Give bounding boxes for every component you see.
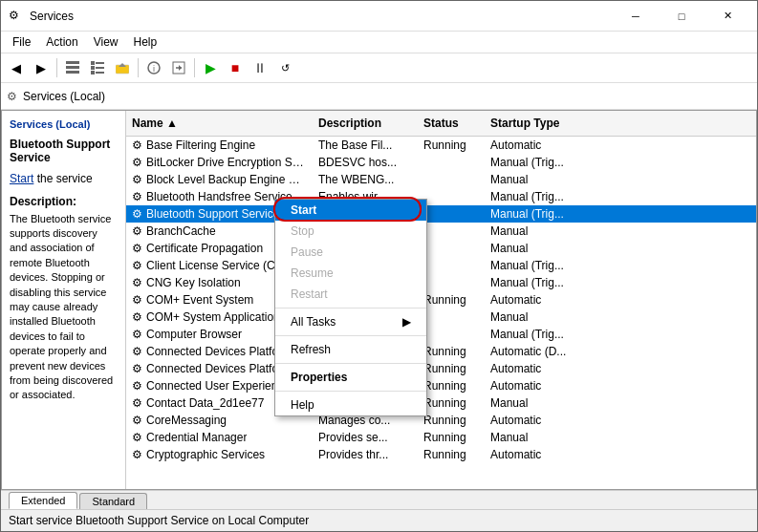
table-row[interactable]: ⚙Bluetooth Support ServiceManual (Trig..…: [126, 205, 756, 223]
service-icon: ⚙: [132, 328, 142, 341]
view-detail-button[interactable]: [86, 56, 109, 79]
table-row[interactable]: ⚙BranchCacheManual: [126, 223, 756, 240]
show-hide-button[interactable]: i: [142, 56, 165, 79]
context-menu-item-start[interactable]: Start: [275, 200, 426, 221]
table-row[interactable]: ⚙Contact Data_2d1ee77RunningManual: [126, 394, 756, 412]
status-bar: Start service Bluetooth Support Service …: [1, 509, 757, 531]
view-list-button[interactable]: [61, 56, 84, 79]
address-bar: ⚙ Services (Local): [1, 83, 757, 109]
menu-view[interactable]: View: [86, 33, 126, 51]
table-row[interactable]: ⚙Certificate PropagationManual: [126, 240, 756, 257]
window-title: Services: [30, 10, 74, 23]
service-icon: ⚙: [132, 396, 142, 410]
sidebar-start-link: Start the service: [10, 172, 118, 185]
service-name: Base Filtering Engine: [146, 138, 255, 152]
service-startup: Manual (Trig...: [485, 189, 580, 204]
table-row[interactable]: ⚙COM+ System ApplicationManual: [126, 309, 756, 326]
address-text: Services (Local): [23, 90, 105, 103]
table-row[interactable]: ⚙Bluetooth Handsfree ServiceEnables wir.…: [126, 188, 756, 205]
service-status: Running: [418, 430, 485, 445]
pause-button[interactable]: ⏸: [249, 56, 271, 79]
table-row[interactable]: ⚙Block Level Backup Engine Se...The WBEN…: [126, 171, 756, 188]
table-header: Name ▲ Description Status Startup Type: [126, 111, 756, 137]
service-startup: Manual: [485, 172, 580, 187]
stop-button[interactable]: ■: [224, 56, 247, 79]
service-list-area: Name ▲ Description Status Startup Type ⚙…: [126, 111, 756, 490]
service-icon: ⚙: [132, 362, 142, 375]
restart-button[interactable]: ↺: [273, 56, 296, 79]
context-menu-item-refresh[interactable]: Refresh: [275, 339, 426, 360]
context-menu-separator: [275, 308, 426, 309]
service-startup: Manual: [485, 430, 580, 445]
sidebar-desc-title: Description:: [10, 195, 118, 208]
context-menu-item-resume: Resume: [275, 263, 426, 284]
folder-up-button[interactable]: [111, 56, 134, 79]
service-name: Connected Devices Platfo...: [146, 362, 288, 375]
sidebar-link-suffix: the service: [33, 172, 92, 185]
svg-rect-1: [66, 66, 79, 69]
address-icon: ⚙: [7, 90, 17, 103]
col-header-description[interactable]: Description: [313, 115, 418, 132]
table-row[interactable]: ⚙Computer BrowserManual (Trig...: [126, 326, 756, 343]
menu-action[interactable]: Action: [38, 33, 85, 51]
service-icon: ⚙: [132, 207, 142, 221]
service-status: [418, 247, 485, 249]
context-menu-item-all-tasks[interactable]: All Tasks▶: [275, 311, 426, 332]
service-name: Cryptographic Services: [146, 448, 265, 461]
maximize-button[interactable]: □: [660, 7, 704, 26]
back-button[interactable]: ◀: [5, 56, 28, 79]
context-menu-item-restart: Restart: [275, 284, 426, 305]
col-header-startup[interactable]: Startup Type: [485, 115, 580, 132]
table-row[interactable]: ⚙CoreMessagingManages co...RunningAutoma…: [126, 412, 756, 429]
tab-standard[interactable]: Standard: [79, 493, 147, 509]
table-row[interactable]: ⚙Credential ManagerProvides se...Running…: [126, 429, 756, 446]
menu-help[interactable]: Help: [126, 33, 165, 51]
tabs-bar: Extended Standard: [1, 490, 757, 508]
service-icon: ⚙: [132, 138, 142, 152]
forward-button[interactable]: ▶: [30, 56, 53, 79]
start-service-link[interactable]: Start: [10, 172, 33, 185]
svg-text:i: i: [153, 64, 155, 74]
svg-rect-8: [96, 72, 104, 74]
col-header-name[interactable]: Name ▲: [126, 115, 313, 132]
service-icon: ⚙: [132, 259, 142, 272]
table-body: ⚙Base Filtering EngineThe Base Fil...Run…: [126, 137, 756, 490]
service-icon: ⚙: [132, 242, 142, 255]
sidebar-title: Services (Local): [10, 118, 118, 130]
table-row[interactable]: ⚙Connected User Experience...RunningAuto…: [126, 377, 756, 394]
table-row[interactable]: ⚙Base Filtering EngineThe Base Fil...Run…: [126, 137, 756, 154]
table-row[interactable]: ⚙BitLocker Drive Encryption Se...BDESVC …: [126, 154, 756, 171]
table-row[interactable]: ⚙Cryptographic ServicesProvides thr...Ru…: [126, 446, 756, 463]
table-row[interactable]: ⚙CNG Key IsolationManual (Trig...: [126, 274, 756, 291]
service-startup: Manual: [485, 395, 580, 411]
service-status: [418, 161, 485, 163]
table-row[interactable]: ⚙COM+ Event SystemRunningAutomatic: [126, 291, 756, 309]
toolbar: ◀ ▶ i ▶ ■ ⏸ ↺: [1, 53, 757, 83]
service-icon: ⚙: [132, 310, 142, 324]
export-button[interactable]: [167, 56, 190, 79]
toolbar-separator-1: [56, 58, 57, 77]
svg-rect-5: [91, 66, 95, 70]
play-button[interactable]: ▶: [199, 56, 222, 79]
table-row[interactable]: ⚙Client License Service (Cli...Manual (T…: [126, 257, 756, 274]
service-name: Block Level Backup Engine Se...: [146, 173, 307, 186]
close-button[interactable]: ✕: [705, 7, 749, 26]
context-menu-item-help[interactable]: Help: [275, 394, 426, 415]
tab-extended[interactable]: Extended: [9, 492, 77, 509]
menu-file[interactable]: File: [5, 33, 38, 51]
main-window: ⚙ Services ─ □ ✕ File Action View Help ◀…: [0, 0, 758, 532]
service-startup: Manual: [485, 309, 580, 325]
table-row[interactable]: ⚙Connected Devices Platfo...RunningAutom…: [126, 360, 756, 377]
service-status: [418, 282, 485, 284]
service-status: [418, 196, 485, 198]
col-header-status[interactable]: Status: [418, 115, 485, 132]
minimize-button[interactable]: ─: [614, 7, 658, 26]
context-menu-item-properties[interactable]: Properties: [275, 367, 426, 388]
table-row[interactable]: ⚙Connected Devices Platfo...RunningAutom…: [126, 343, 756, 360]
service-desc: The WBENG...: [313, 172, 418, 187]
service-name: COM+ Event System: [146, 293, 253, 307]
service-desc: The Base Fil...: [313, 138, 418, 153]
svg-rect-3: [91, 61, 95, 65]
svg-marker-15: [179, 65, 182, 71]
service-status: [418, 179, 485, 181]
